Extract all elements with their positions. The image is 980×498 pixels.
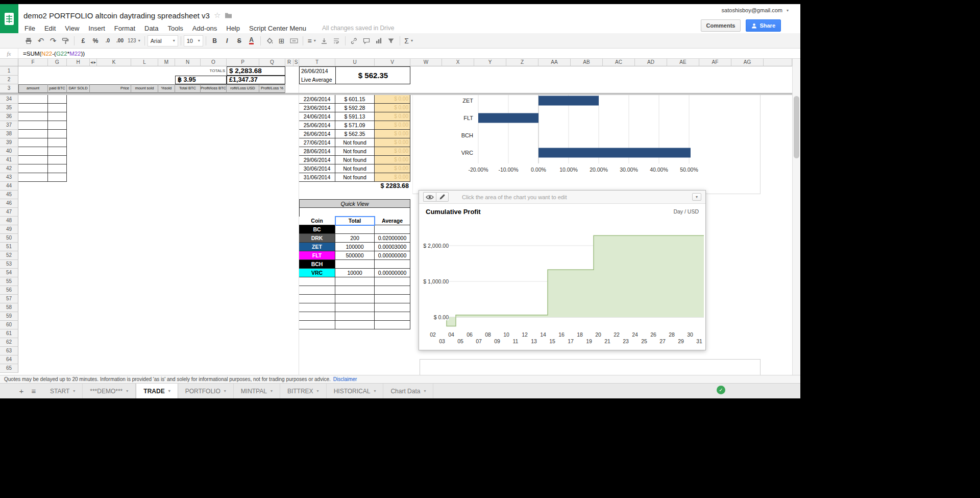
cell-T59[interactable] [299,312,335,321]
cell-U42[interactable]: Not found [335,164,375,173]
italic-button[interactable]: I [221,35,233,46]
cell-G39[interactable] [48,138,67,147]
text-wrap-button[interactable] [330,35,342,46]
row-header-37[interactable]: 37 [0,121,18,130]
menu-item-edit[interactable]: Edit [40,25,60,32]
quick-view-average-ZET[interactable]: 0.00003000 [375,243,410,251]
row-header-53[interactable]: 53 [0,260,18,269]
cell-G40[interactable] [48,147,67,156]
cell-G38[interactable] [48,130,67,138]
sheet-tab-portfolio[interactable]: PORTFOLIO▾ [178,384,234,398]
row-header-61[interactable]: 61 [0,329,18,338]
share-button[interactable]: Share [746,19,781,32]
row-header-48[interactable]: 48 [0,217,18,225]
cell-U41[interactable]: Not found [335,156,375,164]
column-header-U[interactable]: U [335,59,375,66]
cell-T35[interactable]: 23/06/2014 [299,104,335,112]
cell-V57[interactable] [375,295,410,303]
column-header-X[interactable]: X [442,59,474,66]
quick-view-total-FLT[interactable]: 500000 [335,251,375,260]
quick-view-coin-ZET[interactable]: ZET [299,243,335,251]
cell-G43[interactable] [48,173,67,182]
cell-U55[interactable] [335,277,375,286]
cell-T36[interactable]: 24/06/2014 [299,112,335,121]
column-header-L[interactable]: L [131,59,158,66]
row-header-36[interactable]: 36 [0,112,18,121]
cell-T55[interactable] [299,277,335,286]
menu-item-view[interactable]: View [60,25,84,32]
cell-V42[interactable]: $ 0.00 [375,164,410,173]
cell-F39[interactable] [18,138,48,147]
row-header-50[interactable]: 50 [0,234,18,243]
cell-M3[interactable]: %sold [158,84,175,93]
row-header-35[interactable]: 35 [0,104,18,112]
row-header-60[interactable]: 60 [0,321,18,329]
menu-item-tools[interactable]: Tools [163,25,187,32]
quick-view-header-coin[interactable]: Coin [299,217,335,225]
cell-T1-live-date[interactable]: 26/06/2014 [299,66,335,76]
cell-V37[interactable]: $ 0.00 [375,121,410,130]
quick-view-total-BCH[interactable] [335,260,375,269]
row-header-1[interactable]: 1 [0,66,18,76]
row-header-55[interactable]: 55 [0,277,18,286]
quick-view-coin-BC[interactable]: BC [299,225,335,234]
partially-visible-chart[interactable] [420,359,761,375]
column-header-AD[interactable]: AD [635,59,667,66]
print-button[interactable] [22,35,35,46]
caret-down-icon[interactable]: ▾ [374,389,376,393]
quick-view-average-BCH[interactable] [375,260,410,269]
column-header-AG[interactable]: AG [731,59,764,66]
quick-view-total-BC[interactable] [335,225,375,234]
cell-F35[interactable] [18,104,48,112]
column-header-G[interactable]: G [48,59,67,66]
cell-T43[interactable]: 31/06/2014 [299,173,335,182]
cell-F43[interactable] [18,173,48,182]
cell-U58[interactable] [335,303,375,312]
quick-view-coin-VRC[interactable]: VRC [299,269,335,277]
column-header-F[interactable]: F [18,59,48,66]
row-header-54[interactable]: 54 [0,269,18,277]
chart-preview-button[interactable] [423,192,436,202]
cell-U59[interactable] [335,312,375,321]
hidden-columns-indicator[interactable]: ◀▶ [90,59,97,66]
menu-item-file[interactable]: File [23,25,40,32]
column-header-N[interactable]: N [175,59,201,66]
column-header-AA[interactable]: AA [538,59,571,66]
cell-U43[interactable]: Not found [335,173,375,182]
cell-T38[interactable]: 26/06/2014 [299,130,335,138]
undo-button[interactable]: ↶ [35,35,47,46]
column-header-Z[interactable]: Z [506,59,538,66]
vertical-scrollbar[interactable] [792,59,800,375]
cell-F40[interactable] [18,147,48,156]
cell-U34[interactable]: $ 601.15 [335,95,375,104]
column-header-P[interactable]: P [227,59,259,66]
row-header-39[interactable]: 39 [0,138,18,147]
hidden-columns-right-icon[interactable]: ▶ [93,59,97,66]
caret-down-icon[interactable]: ▾ [168,389,170,393]
cell-G37[interactable] [48,121,67,130]
row-header-64[interactable]: 64 [0,355,18,364]
column-header-AB[interactable]: AB [571,59,603,66]
cell-T34[interactable]: 22/06/2014 [299,95,335,104]
row-header-57[interactable]: 57 [0,295,18,303]
cell-V36[interactable]: $ 0.00 [375,112,410,121]
cell-F42[interactable] [18,164,48,173]
caret-down-icon[interactable]: ▾ [126,389,128,393]
cell-V43[interactable]: $ 0.00 [375,173,410,182]
column-header-AF[interactable]: AF [699,59,731,66]
cell-V55[interactable] [375,277,410,286]
horizontal-align-button[interactable]: ≡▾ [306,35,318,46]
row-header-43[interactable]: 43 [0,173,18,182]
cell-P1-usd-total[interactable]: $ 2,283.68 [227,66,285,76]
disclaimer-link[interactable]: Disclaimer [333,376,357,382]
cell-F38[interactable] [18,130,48,138]
insert-link-button[interactable] [348,35,360,46]
caret-down-icon[interactable]: ▾ [317,389,319,393]
cell-T60[interactable] [299,321,335,329]
row-header-42[interactable]: 42 [0,164,18,173]
cell-U37[interactable]: $ 571.09 [335,121,375,130]
row-header-58[interactable]: 58 [0,303,18,312]
cell-V34[interactable]: $ 0.00 [375,95,410,104]
account-menu[interactable]: satoshisboy@gmail.com ▾ [722,7,789,13]
column-header-S[interactable]: S [293,59,299,66]
